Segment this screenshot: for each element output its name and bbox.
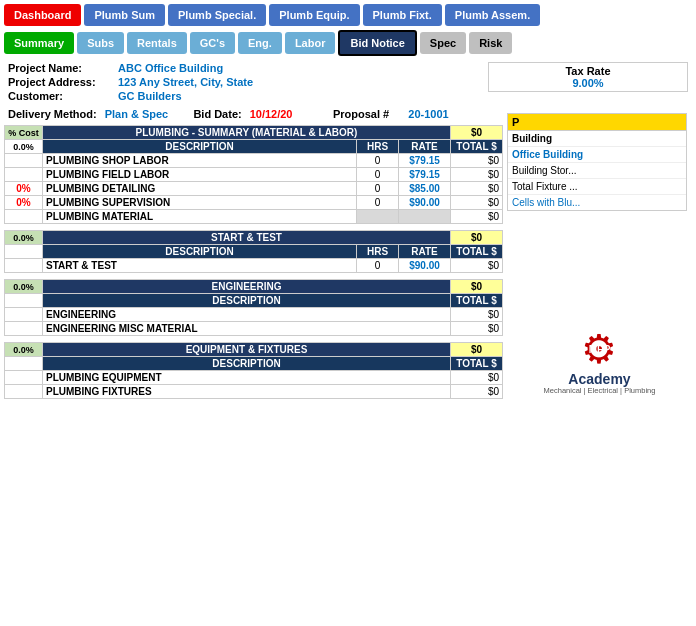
mep-title-overlay: MEP [589, 344, 611, 355]
row-rate-1: $79.15 [399, 168, 451, 182]
risk-btn[interactable]: Risk [469, 32, 512, 54]
row-hrs-4 [357, 210, 399, 224]
row-desc-4: PLUMBING MATERIAL [43, 210, 357, 224]
eq-total-0: $0 [451, 371, 503, 385]
eng-desc-0: ENGINEERING [43, 308, 451, 322]
tax-rate-label: Tax Rate [495, 65, 681, 77]
eq-desc-0: PLUMBING EQUIPMENT [43, 371, 451, 385]
mep-academy-text: Academy [544, 372, 656, 386]
customer-value: GC Builders [118, 90, 182, 102]
table-row: ENGINEERING $0 [5, 308, 503, 322]
plumb-sum-btn[interactable]: Plumb Sum [84, 4, 165, 26]
table-row: PLUMBING MATERIAL $0 [5, 210, 503, 224]
table-row: ENGINEERING MISC MATERIAL $0 [5, 322, 503, 336]
eq-pct-0 [5, 371, 43, 385]
eng-btn[interactable]: Eng. [238, 32, 282, 54]
gcs-btn[interactable]: GC's [190, 32, 235, 54]
eng-pct-label [5, 294, 43, 308]
dashboard-btn[interactable]: Dashboard [4, 4, 81, 26]
plumb-fixt-btn[interactable]: Plumb Fixt. [363, 4, 442, 26]
table-row: PLUMBING EQUIPMENT $0 [5, 371, 503, 385]
eq-pct-1 [5, 385, 43, 399]
customer-label: Customer: [8, 90, 118, 102]
total-col-header: TOTAL $ [451, 140, 503, 154]
eq-desc-header: DESCRIPTION [43, 357, 451, 371]
st-pct-0 [5, 259, 43, 273]
row-pct-4 [5, 210, 43, 224]
st-rate-0: $90.00 [399, 259, 451, 273]
table-row: PLUMBING FIXTURES $0 [5, 385, 503, 399]
main-content: % Cost PLUMBING - SUMMARY (MATERIAL & LA… [0, 125, 696, 405]
eng-desc-header: DESCRIPTION [43, 294, 451, 308]
rate-col-header: RATE [399, 140, 451, 154]
eq-total-1: $0 [451, 385, 503, 399]
bid-notice-btn[interactable]: Bid Notice [338, 30, 416, 56]
engineering-title: ENGINEERING [43, 280, 451, 294]
row-total-3: $0 [451, 196, 503, 210]
eq-pct-header: 0.0% [5, 343, 43, 357]
row-rate-2: $85.00 [399, 182, 451, 196]
row-pct-3: 0% [5, 196, 43, 210]
row-hrs-0: 0 [357, 154, 399, 168]
right-panel-fixture: Total Fixture ... [508, 179, 686, 195]
table-row: START & TEST 0 $90.00 $0 [5, 259, 503, 273]
equipment-title: EQUIPMENT & FIXTURES [43, 343, 451, 357]
table-row: PLUMBING FIELD LABOR 0 $79.15 $0 [5, 168, 503, 182]
st-total-0: $0 [451, 259, 503, 273]
mep-logo-area: ⚙ MEP Academy Mechanical | Electrical | … [507, 217, 692, 405]
summary-btn[interactable]: Summary [4, 32, 74, 54]
plumb-assem-btn[interactable]: Plumb Assem. [445, 4, 540, 26]
st-pct-header: 0.0% [5, 231, 43, 245]
delivery-method-value: Plan & Spec [105, 108, 169, 120]
proposal-label: Proposal # [333, 108, 389, 120]
bid-date-label: Bid Date: [193, 108, 241, 120]
row-pct-2: 0% [5, 182, 43, 196]
project-left: Project Name: ABC Office Building Projec… [8, 62, 480, 104]
right-panel-note: Cells with Blu... [508, 195, 686, 210]
row-desc-1: PLUMBING FIELD LABOR [43, 168, 357, 182]
project-address-label: Project Address: [8, 76, 118, 88]
eng-col-headers: DESCRIPTION TOTAL $ [5, 294, 503, 308]
eng-total-1: $0 [451, 322, 503, 336]
row-hrs-2: 0 [357, 182, 399, 196]
engineering-section: 0.0% ENGINEERING $0 DESCRIPTION TOTAL $ … [4, 279, 503, 336]
engineering-header: 0.0% ENGINEERING $0 [5, 280, 503, 294]
mep-gear-container: ⚙ MEP [581, 326, 617, 372]
eng-total-0: $0 [451, 308, 503, 322]
right-column: P Building Office Building Building Stor… [507, 125, 692, 405]
right-panel-office: Office Building [508, 147, 686, 163]
plumbing-summary-title: PLUMBING - SUMMARY (MATERIAL & LABOR) [43, 126, 451, 140]
labor-btn[interactable]: Labor [285, 32, 336, 54]
nav-row1: Dashboard Plumb Sum Plumb Special. Plumb… [0, 0, 696, 28]
row-desc-2: PLUMBING DETAILING [43, 182, 357, 196]
row-total-2: $0 [451, 182, 503, 196]
project-name-label: Project Name: [8, 62, 118, 74]
plumbing-summary-total: $0 [451, 126, 503, 140]
right-panel: P Building Office Building Building Stor… [507, 113, 687, 211]
hrs-col-header: HRS [357, 140, 399, 154]
project-info: Project Name: ABC Office Building Projec… [0, 60, 696, 106]
st-pct-label [5, 245, 43, 259]
st-desc-header: DESCRIPTION [43, 245, 357, 259]
eng-pct-0 [5, 308, 43, 322]
row-pct-1 [5, 168, 43, 182]
st-hrs-header: HRS [357, 245, 399, 259]
subs-btn[interactable]: Subs [77, 32, 124, 54]
desc-col-header: DESCRIPTION [43, 140, 357, 154]
plumb-special-btn[interactable]: Plumb Special. [168, 4, 266, 26]
tax-box: Tax Rate 9.00% [488, 62, 688, 104]
spec-btn[interactable]: Spec [420, 32, 466, 54]
table-row: 0% PLUMBING DETAILING 0 $85.00 $0 [5, 182, 503, 196]
row-desc-3: PLUMBING SUPERVISION [43, 196, 357, 210]
plumb-equip-btn[interactable]: Plumb Equip. [269, 4, 359, 26]
start-test-header: 0.0% START & TEST $0 [5, 231, 503, 245]
table-row: PLUMBING SHOP LABOR 0 $79.15 $0 [5, 154, 503, 168]
rentals-btn[interactable]: Rentals [127, 32, 187, 54]
bid-date-value: 10/12/20 [250, 108, 293, 120]
tax-rate-value: 9.00% [495, 77, 681, 89]
proposal-value: 20-1001 [408, 108, 448, 120]
equipment-header: 0.0% EQUIPMENT & FIXTURES $0 [5, 343, 503, 357]
row-rate-0: $79.15 [399, 154, 451, 168]
st-desc-0: START & TEST [43, 259, 357, 273]
right-panel-header: P [508, 114, 686, 131]
